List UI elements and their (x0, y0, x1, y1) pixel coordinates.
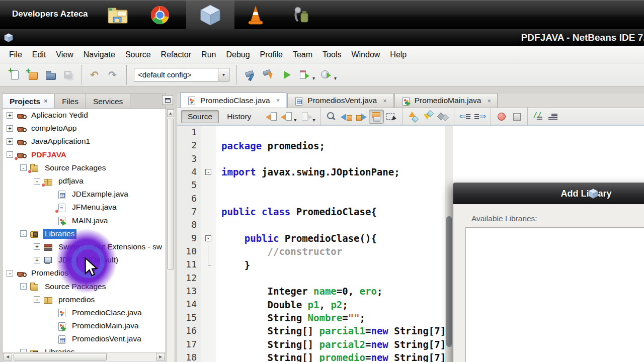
tree-expand-handle[interactable]: + (34, 257, 40, 263)
editor-tab-promedioclase.java[interactable]: PromedioClase.java× (180, 93, 286, 108)
menu-navigate[interactable]: Navigate (78, 47, 120, 63)
tree-row[interactable]: MAIN.java (3, 214, 166, 227)
find-button[interactable] (324, 110, 339, 124)
next-bookmark-button[interactable] (421, 110, 436, 124)
last-edit-button[interactable] (265, 110, 280, 124)
open-project-button[interactable] (41, 66, 59, 84)
netbeans-taskbar-item[interactable] (186, 1, 234, 30)
scroll-right-icon[interactable]: ▶ (156, 353, 165, 360)
comment-button[interactable] (531, 110, 546, 124)
tree-expand-handle[interactable]: - (20, 164, 27, 171)
editor-tab-promediomain.java[interactable]: PromedioMain.java× (394, 93, 498, 108)
code-line[interactable]: 1 (177, 126, 644, 139)
clean-build-button[interactable] (259, 66, 277, 84)
redo-button[interactable] (104, 66, 122, 84)
profile-button[interactable] (317, 66, 335, 84)
find-previous-button[interactable] (339, 110, 354, 124)
menu-profile[interactable]: Profile (255, 47, 288, 63)
tree-expand-handle[interactable]: - (34, 178, 40, 185)
gadget-icon[interactable] (290, 5, 312, 26)
fold-collapse-icon[interactable]: - (205, 169, 211, 175)
close-icon[interactable]: × (487, 97, 491, 105)
undo-button[interactable] (86, 66, 104, 84)
menu-window[interactable]: Window (346, 47, 385, 63)
menu-debug[interactable]: Debug (221, 47, 255, 63)
tree-row[interactable]: PromedioClase.java (3, 306, 166, 319)
menu-source[interactable]: Source (120, 47, 156, 63)
code-line[interactable]: 2package promedios; (177, 139, 644, 152)
shift-right-button[interactable] (472, 110, 488, 124)
title-bar[interactable]: PDFJAVA - NetBeans IDE 7.2 (0, 29, 644, 46)
editor-vscroll-thumb[interactable] (446, 216, 452, 347)
menu-file[interactable]: File (4, 47, 27, 63)
tree-hscroll-thumb[interactable] (14, 353, 107, 360)
toggle-bookmark-button[interactable] (436, 110, 451, 124)
tree-row[interactable]: +Aplicacion Yedid (3, 109, 166, 122)
file-explorer-icon[interactable] (107, 5, 129, 26)
tree-expand-handle[interactable]: - (7, 270, 13, 277)
config-combo[interactable]: <default config>▾ (134, 68, 229, 81)
close-icon[interactable]: × (383, 97, 387, 105)
close-icon[interactable]: × (276, 97, 280, 104)
tree-expand-handle[interactable]: + (7, 125, 13, 132)
history-view-button[interactable]: History (221, 111, 257, 123)
close-icon[interactable]: × (44, 95, 47, 108)
shift-left-button[interactable] (457, 110, 472, 124)
tree-vscroll-thumb[interactable] (167, 119, 174, 269)
tree-row[interactable]: JFMenu.java (3, 201, 166, 214)
menu-help[interactable]: Help (385, 47, 412, 63)
tree-expand-handle[interactable]: + (7, 112, 13, 119)
tree-expand-handle[interactable]: + (7, 138, 13, 145)
minimize-panel-button[interactable] (162, 95, 173, 105)
tree-row[interactable]: +JavaApplication1 (3, 135, 166, 148)
highlight-search-button[interactable] (369, 110, 384, 124)
panel-tab-files[interactable]: Files (55, 94, 86, 108)
tree-row[interactable]: -pdfjava (3, 174, 166, 188)
rect-selection-button[interactable] (384, 110, 399, 124)
tree-expand-handle[interactable]: - (34, 296, 40, 303)
scroll-left-icon[interactable]: ◀ (3, 353, 12, 360)
tree-row[interactable]: +completoApp (3, 122, 166, 135)
forward-button[interactable] (298, 110, 313, 124)
tree-vertical-scrollbar[interactable]: ▲ ▼ (166, 108, 175, 362)
tree-expand-handle[interactable]: + (34, 243, 40, 250)
scroll-up-icon[interactable]: ▲ (167, 109, 174, 117)
chrome-icon[interactable] (149, 5, 171, 26)
editor-tab-promediosvent.java[interactable]: PromediosVent.java× (287, 93, 393, 108)
fold-collapse-icon[interactable]: - (205, 235, 211, 241)
vlc-icon[interactable] (245, 5, 267, 26)
save-all-button[interactable] (59, 66, 77, 84)
menu-edit[interactable]: Edit (27, 47, 51, 63)
source-view-button[interactable]: Source (181, 110, 219, 123)
tree-row[interactable]: JDExample.java (3, 188, 166, 201)
editor-vertical-scrollbar[interactable] (445, 126, 453, 362)
menu-refactor[interactable]: Refactor (156, 47, 196, 63)
prev-bookmark-button[interactable] (406, 110, 421, 124)
new-project-button[interactable] (23, 66, 41, 84)
available-libraries-list[interactable]: ▲ (465, 227, 644, 362)
run-button[interactable] (277, 66, 295, 84)
code-line[interactable]: 4-import javax.swing.JOptionPane; (177, 165, 644, 178)
panel-tab-projects[interactable]: Projects× (3, 94, 55, 108)
tree-horizontal-scrollbar[interactable]: ◀ ▶ (2, 352, 166, 361)
tree-row[interactable]: PromediosVent.java (3, 332, 166, 345)
tree-row[interactable]: PromedioMain.java (3, 319, 166, 332)
build-button[interactable] (241, 66, 259, 84)
menu-view[interactable]: View (51, 47, 78, 63)
tree-expand-handle[interactable]: - (20, 230, 27, 237)
back-button[interactable] (280, 110, 295, 124)
panel-tab-services[interactable]: Services (86, 94, 130, 108)
tree-expand-handle[interactable]: - (20, 283, 27, 290)
record-macro-button[interactable] (494, 110, 509, 124)
uncomment-button[interactable] (546, 110, 561, 124)
code-line[interactable]: 3 (177, 152, 644, 165)
debug-button[interactable] (295, 66, 313, 84)
tree-row[interactable]: -PDFJAVA (3, 148, 166, 161)
dialog-title-bar[interactable]: Add Library (453, 183, 644, 204)
menu-tools[interactable]: Tools (317, 47, 346, 63)
new-file-button[interactable] (5, 66, 23, 84)
tree-row[interactable]: -Source Packages (3, 161, 166, 174)
tree-expand-handle[interactable]: - (7, 151, 13, 158)
menu-run[interactable]: Run (196, 47, 221, 63)
stop-macro-button[interactable] (509, 110, 524, 124)
